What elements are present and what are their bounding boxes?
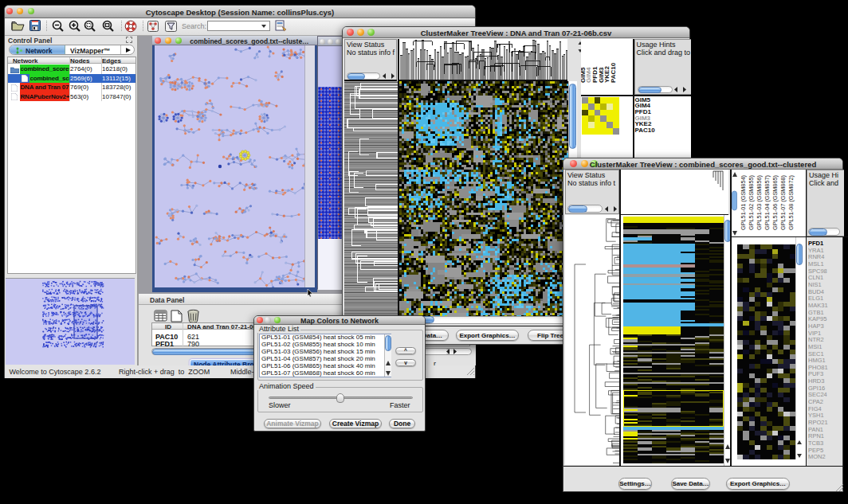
svg-text:PAC10: PAC10 — [610, 62, 617, 83]
svg-text:GPL51-02 (GSM855): GPL51-02 (GSM855) — [748, 175, 755, 230]
svg-text:GPL51-08 (GSM872): GPL51-08 (GSM872) — [787, 175, 795, 230]
svg-text:GPL51-07 (GSM868): GPL51-07 (GSM868) — [779, 175, 787, 230]
svg-text:GPL51-03 (GSM856): GPL51-03 (GSM856) — [756, 175, 763, 230]
svg-text:GPL51-06 (GSM865): GPL51-06 (GSM865) — [771, 175, 779, 230]
svg-text:GPL51-01 (GSM854): GPL51-01 (GSM854) — [740, 175, 747, 230]
svg-text:GPL51-04 (GSM857): GPL51-04 (GSM857) — [764, 175, 771, 230]
